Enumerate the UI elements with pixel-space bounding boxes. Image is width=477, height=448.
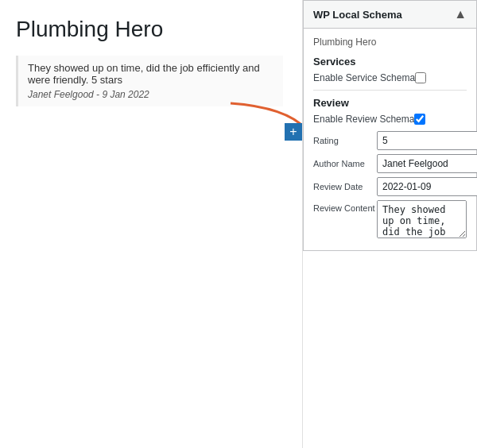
author-input[interactable] <box>377 154 477 173</box>
review-text: They showed up on time, did the job effi… <box>28 62 273 86</box>
review-author: Janet Feelgood - 9 Jan 2022 <box>28 89 273 100</box>
review-content-label: Review Content <box>313 200 377 213</box>
arrow-annotation <box>199 95 302 222</box>
page-wrapper: Plumbing Hero They showed up on time, di… <box>0 0 477 448</box>
enable-service-row: Enable Service Schema <box>313 72 467 83</box>
main-content: Plumbing Hero They showed up on time, di… <box>0 0 302 448</box>
rating-label: Rating <box>313 136 377 145</box>
review-date-label: Review Date <box>313 182 377 191</box>
sidebar: WP Local Schema ▲ Plumbing Hero Services… <box>302 0 477 448</box>
meta-box-title: WP Local Schema <box>313 9 402 21</box>
add-button[interactable]: + <box>285 123 302 141</box>
meta-box: WP Local Schema ▲ Plumbing Hero Services… <box>303 0 477 251</box>
content-textarea[interactable]: They showed up on time, did the job effi… <box>377 200 467 238</box>
enable-service-label: Enable Service Schema <box>313 72 415 83</box>
post-name-label: Plumbing Hero <box>313 37 467 48</box>
date-input[interactable] <box>377 177 477 196</box>
rating-row: Rating <box>313 131 467 150</box>
meta-box-header[interactable]: WP Local Schema ▲ <box>304 1 476 29</box>
services-heading: Services <box>313 56 467 68</box>
toggle-icon[interactable]: ▲ <box>454 7 467 21</box>
enable-review-label: Enable Review Schema <box>313 114 414 125</box>
author-row: Author Name <box>313 154 467 173</box>
rating-input[interactable] <box>377 131 477 150</box>
meta-box-body: Plumbing Hero Services Enable Service Sc… <box>304 29 476 250</box>
divider <box>313 90 467 91</box>
enable-review-checkbox[interactable] <box>414 114 425 125</box>
review-heading: Review <box>313 97 467 109</box>
content-row: Review Content They showed up on time, d… <box>313 200 467 238</box>
enable-review-row: Enable Review Schema <box>313 114 467 125</box>
enable-service-checkbox[interactable] <box>415 72 426 83</box>
review-block: They showed up on time, did the job effi… <box>16 56 283 106</box>
author-name-label: Author Name <box>313 159 377 168</box>
form-section: Rating Author Name Review Date Review Co… <box>313 131 467 238</box>
date-row: Review Date <box>313 177 467 196</box>
post-title: Plumbing Hero <box>16 16 283 43</box>
